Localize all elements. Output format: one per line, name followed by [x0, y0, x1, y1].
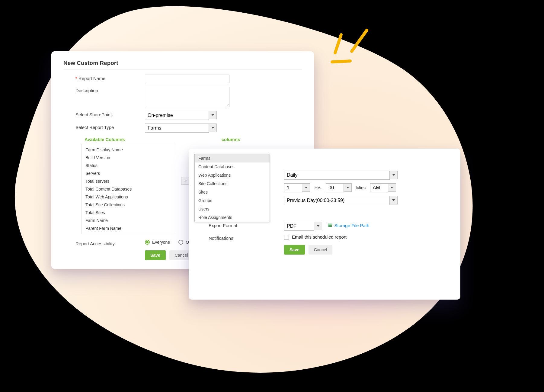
chevron-down-icon[interactable]: [390, 196, 398, 204]
selected-columns-header: columns: [222, 137, 240, 142]
report-type-option[interactable]: Sites: [195, 188, 270, 196]
label-notifications: Notifications: [209, 234, 284, 241]
label-report-name: *Report Name: [75, 75, 145, 81]
storage-file-path-link[interactable]: Storage File Path: [328, 223, 369, 228]
list-item[interactable]: Total Web Applications: [85, 193, 172, 201]
list-item[interactable]: Farm Display Name: [85, 146, 172, 154]
report-type-dropdown-menu: Farms Content Databases Web Applications…: [194, 154, 270, 222]
sharepoint-select[interactable]: On-premise: [145, 111, 217, 120]
report-type-option[interactable]: Content Databases: [195, 162, 270, 171]
report-type-option[interactable]: Site Collections: [195, 179, 270, 188]
save-button[interactable]: Save: [145, 250, 166, 260]
report-name-input[interactable]: [145, 75, 229, 83]
report-type-option[interactable]: Groups: [195, 196, 270, 205]
list-item[interactable]: Total Site Collections: [85, 201, 172, 209]
label-description: Description: [75, 87, 145, 93]
list-item[interactable]: Total Sites: [85, 209, 172, 217]
label-export-format: Export Format: [209, 222, 284, 228]
list-item[interactable]: Status: [85, 162, 172, 169]
list-item[interactable]: Total servers: [85, 177, 172, 185]
svg-point-6: [329, 224, 329, 224]
report-type-select[interactable]: Farms: [145, 124, 217, 133]
chevron-down-icon[interactable]: [390, 171, 398, 179]
svg-point-8: [329, 226, 329, 227]
label-select-sharepoint: Select SharePoint: [75, 111, 145, 117]
available-columns-header: Available Columns: [85, 137, 125, 142]
schedule-minute-select[interactable]: 00: [326, 183, 352, 192]
cancel-button[interactable]: Cancel: [309, 245, 333, 255]
radio-everyone[interactable]: Everyone: [145, 240, 170, 245]
chevron-down-icon[interactable]: [344, 183, 352, 192]
save-button[interactable]: Save: [284, 245, 305, 255]
label-report-accessibility: Report Accessibility: [75, 240, 145, 246]
move-left-button[interactable]: «: [181, 177, 190, 185]
description-textarea[interactable]: [145, 87, 229, 107]
svg-point-7: [329, 225, 329, 225]
export-format-select[interactable]: PDF: [284, 222, 322, 231]
radio-icon-selected: [145, 240, 150, 245]
chevron-down-icon[interactable]: [209, 111, 217, 119]
chevron-down-icon[interactable]: [209, 124, 217, 132]
label-mins: Mins: [356, 185, 366, 190]
schedule-hour-select[interactable]: 1: [284, 183, 310, 192]
report-type-option[interactable]: Users: [195, 205, 270, 213]
email-report-checkbox[interactable]: Email this scheduled report: [284, 234, 347, 239]
card-title: New Custom Report: [63, 60, 302, 70]
chevron-down-icon[interactable]: [388, 183, 396, 192]
list-item[interactable]: Servers: [85, 169, 172, 177]
label-hrs: Hrs: [314, 185, 321, 190]
schedule-select[interactable]: Daily: [284, 171, 398, 180]
label-select-report-type: Select Report Type: [75, 124, 145, 130]
available-columns-listbox[interactable]: Farm Display Name Build Version Status S…: [82, 144, 175, 234]
report-type-option[interactable]: Web Applications: [195, 171, 270, 179]
report-type-option[interactable]: Role Assignments: [195, 213, 270, 222]
checkbox-icon: [284, 235, 289, 239]
radio-icon: [178, 240, 183, 245]
list-item[interactable]: Parent Farm Name: [85, 224, 172, 232]
report-type-option[interactable]: Farms: [195, 154, 270, 162]
list-item[interactable]: Total Content Databases: [85, 185, 172, 193]
list-item[interactable]: Build Version: [85, 154, 172, 162]
chevron-double-left-icon: «: [184, 178, 186, 183]
storage-icon: [328, 223, 332, 228]
chevron-down-icon[interactable]: [302, 183, 310, 192]
schedule-ampm-select[interactable]: AM: [370, 183, 396, 192]
list-item[interactable]: Farm Name: [85, 217, 172, 224]
generate-for-select[interactable]: Previous Day(00:00-23:59): [284, 196, 398, 205]
chevron-down-icon[interactable]: [314, 222, 322, 230]
